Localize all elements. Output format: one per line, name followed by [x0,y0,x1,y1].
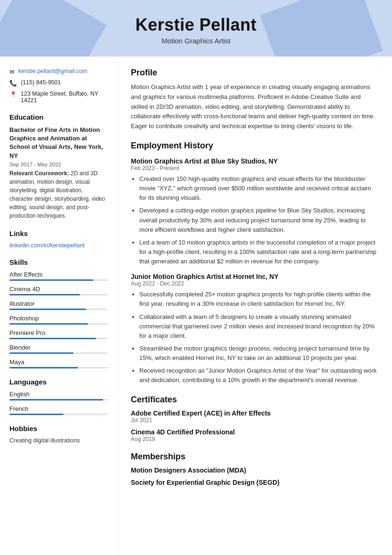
cert-date: Jul 2021 [131,417,379,424]
edu-degree: Bachelor of Fine Arts in Motion Graphics… [9,126,108,160]
skill-bar-fill [9,352,73,354]
skills-list: After Effects Cinema 4D Illustrator Phot… [9,271,108,368]
skill-item: Photoshop [9,315,108,325]
skill-name: Maya [9,359,108,366]
job-bullet: Collaborated with a team of 5 designers … [139,312,379,341]
sidebar: ✉ kerstie.pellant@gmail.com 📞 (115) 845-… [0,57,118,555]
certificates-list: Adobe Certified Expert (ACE) in After Ef… [131,409,379,442]
coursework-label: Relevant Coursework: [9,170,69,177]
language-bar-fill [9,399,103,400]
phone-icon: 📞 [9,80,17,87]
skill-bar-fill [9,279,93,281]
language-name: English [9,391,108,398]
skill-bar-fill [9,309,86,310]
job-item: Junior Motion Graphics Artist at Hornet … [131,273,379,385]
skill-name: Blender [9,344,108,351]
education-section-title: Education [9,113,108,121]
profile-section-title: Profile [131,68,379,78]
hobbies-text: Creating digital illustrations [9,437,108,444]
job-bullet: Led a team of 10 motion graphics artists… [139,238,379,266]
skill-bar-fill [9,323,88,325]
job-bullet: Successfully completed 25+ motion graphi… [139,290,379,309]
location-icon: 📍 [9,91,17,98]
edu-coursework: Relevant Coursework: 2D and 3D animation… [9,169,108,220]
links-section-title: Links [9,229,108,237]
cert-date: Aug 2019 [131,436,379,442]
skill-item: After Effects [9,271,108,281]
job-bullet: Streamlined the motion graphics design p… [139,344,379,363]
job-bullet: Received recognition as "Junior Motion G… [139,366,379,385]
job-date: Aug 2022 - Dec 2022 [131,280,379,287]
skill-bar-bg [9,323,108,325]
job-bullet: Developed a cutting-edge motion graphics… [139,206,379,234]
cert-title: Cinema 4D Certified Professional [131,428,379,436]
skill-bar-bg [9,338,108,339]
header: Kerstie Pellant Motion Graphics Artist [0,0,392,57]
contact-phone: 📞 (115) 845-9501 [9,79,108,87]
skill-item: Premiere Pro [9,329,108,339]
certificates-section-title: Certificates [131,395,379,405]
languages-section-title: Languages [9,378,108,386]
skill-item: Blender [9,344,108,354]
skill-name: Premiere Pro [9,329,108,336]
skills-section-title: Skills [9,258,108,266]
language-bar-fill [9,414,64,415]
job-bullets: Created over 150 high-quality motion gra… [131,174,379,266]
main-content: Profile Motion Graphics Artist with 1 ye… [118,57,392,555]
cert-title: Adobe Certified Expert (ACE) in After Ef… [131,409,379,417]
profile-text: Motion Graphics Artist with 1 year of ex… [131,82,379,131]
certificate-item: Adobe Certified Expert (ACE) in After Ef… [131,409,379,424]
skill-name: Cinema 4D [9,286,108,293]
language-bar-bg [9,414,108,415]
skill-bar-fill [9,294,80,295]
certificate-item: Cinema 4D Certified Professional Aug 201… [131,428,379,442]
hobbies-section-title: Hobbies [9,424,108,433]
main-layout: ✉ kerstie.pellant@gmail.com 📞 (115) 845-… [0,57,392,555]
candidate-title: Motion Graphics Artist [9,37,383,45]
job-title: Junior Motion Graphics Artist at Hornet … [131,273,379,280]
memberships-list: Motion Designers Association (MDA) Socie… [131,466,379,486]
skill-item: Cinema 4D [9,286,108,295]
skill-bar-fill [9,367,78,368]
phone-text: (115) 845-9501 [21,79,61,86]
address-text: 123 Maple Street, Buffalo, NY 14221 [21,90,108,104]
language-item: French [9,405,108,415]
email-link[interactable]: kerstie.pellant@gmail.com [18,68,88,74]
language-item: English [9,391,108,400]
skill-item: Illustrator [9,300,108,310]
employment-list: Motion Graphics Artist at Blue Sky Studi… [131,157,379,385]
skill-bar-bg [9,294,108,295]
skill-name: After Effects [9,271,108,278]
candidate-name: Kerstie Pellant [9,15,383,35]
membership-title: Motion Designers Association (MDA) [131,466,379,474]
coursework-text: 2D and 3D animation, motion design, visu… [9,170,105,219]
membership-title: Society for Experiential Graphic Design … [131,479,379,486]
job-item: Motion Graphics Artist at Blue Sky Studi… [131,157,379,266]
linkedin-link[interactable]: linkedin.com/in/kerstiepellant [9,242,108,249]
contact-email: ✉ kerstie.pellant@gmail.com [9,68,108,75]
job-date: Feb 2023 - Present [131,165,379,171]
skill-bar-bg [9,279,108,281]
skill-item: Maya [9,359,108,368]
skill-bar-bg [9,352,108,354]
memberships-section-title: Memberships [131,452,379,462]
edu-dates: Sep 2017 - May 2022 [9,162,108,167]
job-bullets: Successfully completed 25+ motion graphi… [131,290,379,385]
job-title: Motion Graphics Artist at Blue Sky Studi… [131,157,379,165]
skill-bar-fill [9,338,96,339]
job-bullet: Created over 150 high-quality motion gra… [139,174,379,203]
language-bar-bg [9,399,108,400]
membership-item: Society for Experiential Graphic Design … [131,479,379,486]
language-name: French [9,405,108,412]
contact-address: 📍 123 Maple Street, Buffalo, NY 14221 [9,90,108,104]
skill-bar-bg [9,309,108,310]
employment-section-title: Employment History [131,141,379,151]
languages-list: English French [9,391,108,415]
email-icon: ✉ [9,68,15,75]
skill-name: Photoshop [9,315,108,322]
membership-item: Motion Designers Association (MDA) [131,466,379,474]
skill-name: Illustrator [9,300,108,307]
skill-bar-bg [9,367,108,368]
